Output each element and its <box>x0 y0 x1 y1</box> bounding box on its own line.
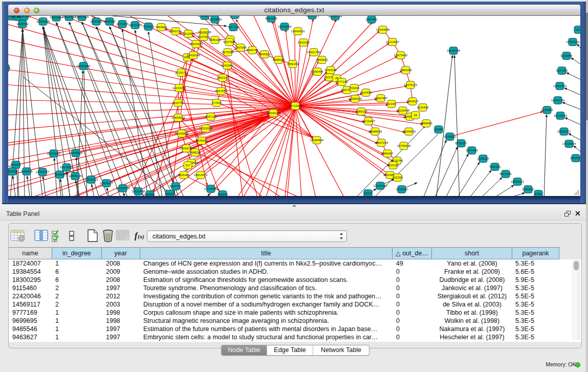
svg-text:25300213: 25300213 <box>267 112 280 115</box>
svg-text:8878332: 8878332 <box>195 139 208 142</box>
svg-text:2803144: 2803144 <box>216 76 229 79</box>
svg-text:79402654: 79402654 <box>50 16 63 19</box>
svg-text:03413164: 03413164 <box>228 16 242 16</box>
svg-text:62160: 62160 <box>387 102 396 105</box>
svg-text:10671355: 10671355 <box>128 24 142 27</box>
svg-text:16961758: 16961758 <box>307 51 321 54</box>
svg-text:1527602: 1527602 <box>90 20 102 23</box>
svg-text:16033809: 16033809 <box>208 18 222 21</box>
svg-text:9245652: 9245652 <box>522 188 534 191</box>
svg-text:1615152: 1615152 <box>387 164 399 167</box>
svg-text:1582203: 1582203 <box>287 62 299 65</box>
svg-text:10688609: 10688609 <box>368 130 382 133</box>
svg-text:19384554: 19384554 <box>310 139 324 142</box>
svg-text:9242843: 9242843 <box>221 64 233 67</box>
svg-text:1145194: 1145194 <box>54 173 67 176</box>
svg-text:9327503: 9327503 <box>198 35 210 38</box>
svg-text:8471676: 8471676 <box>499 172 512 176</box>
svg-text:12353594: 12353594 <box>199 127 213 130</box>
svg-text:59407816: 59407816 <box>75 16 89 18</box>
svg-text:16914479: 16914479 <box>194 173 208 177</box>
svg-text:17957223: 17957223 <box>84 178 98 181</box>
svg-text:6794028: 6794028 <box>324 69 337 72</box>
svg-text:327: 327 <box>185 164 191 167</box>
svg-text:19218506: 19218506 <box>278 25 292 28</box>
svg-text:16409: 16409 <box>434 128 443 131</box>
svg-text:8813054: 8813054 <box>265 17 277 20</box>
svg-text:8912954: 8912954 <box>182 32 194 35</box>
svg-text:10025438: 10025438 <box>396 109 410 112</box>
svg-text:9777169: 9777169 <box>336 80 348 83</box>
svg-text:(x): (x) <box>138 233 144 240</box>
svg-text:92832764: 92832764 <box>329 16 342 18</box>
svg-text:7485063: 7485063 <box>400 69 412 72</box>
svg-text:1156829: 1156829 <box>21 170 33 173</box>
svg-text:3215953: 3215953 <box>541 108 553 112</box>
svg-text:3675685: 3675685 <box>222 51 234 54</box>
svg-text:717006: 717006 <box>211 101 222 104</box>
svg-text:2367608: 2367608 <box>234 46 247 49</box>
svg-text:20691406: 20691406 <box>36 20 50 23</box>
svg-text:16648784: 16648784 <box>447 49 461 52</box>
svg-text:20364436: 20364436 <box>349 97 362 100</box>
svg-text:5938923: 5938923 <box>444 135 456 138</box>
svg-text:9899695: 9899695 <box>420 122 432 125</box>
svg-text:89083863: 89083863 <box>17 16 31 18</box>
svg-text:93975867: 93975867 <box>60 166 74 169</box>
svg-text:16154808: 16154808 <box>376 28 390 31</box>
svg-text:1733426: 1733426 <box>396 188 408 191</box>
svg-text:12213363: 12213363 <box>172 86 186 90</box>
svg-text:17359926: 17359926 <box>69 151 83 155</box>
svg-text:564139: 564139 <box>217 193 228 196</box>
svg-text:3115405: 3115405 <box>417 106 429 109</box>
svg-text:10807487: 10807487 <box>374 97 388 100</box>
svg-text:39159: 39159 <box>8 170 17 173</box>
svg-text:15751024: 15751024 <box>566 40 580 43</box>
svg-text:12942737: 12942737 <box>36 170 50 173</box>
svg-text:1405572: 1405572 <box>16 23 29 26</box>
svg-text:10958107: 10958107 <box>100 182 114 185</box>
svg-text:1610755: 1610755 <box>172 101 184 104</box>
svg-text:9084067: 9084067 <box>381 152 394 155</box>
svg-text:15136141: 15136141 <box>374 184 387 187</box>
svg-text:1071915: 1071915 <box>116 23 128 26</box>
svg-text:11923448: 11923448 <box>132 190 145 193</box>
svg-text:7357224: 7357224 <box>227 26 239 29</box>
svg-text:8454749: 8454749 <box>246 49 258 52</box>
svg-text:10973493: 10973493 <box>394 54 408 57</box>
svg-text:19654923: 19654923 <box>171 116 185 119</box>
svg-text:9660124: 9660124 <box>169 30 182 33</box>
svg-text:7625402: 7625402 <box>178 173 190 177</box>
svg-text:8796: 8796 <box>535 192 542 195</box>
svg-text:9227342: 9227342 <box>556 69 568 72</box>
svg-text:9657791: 9657791 <box>169 185 182 188</box>
svg-text:19166829: 19166829 <box>175 132 189 135</box>
svg-text:6879197: 6879197 <box>455 142 467 145</box>
svg-text:1117: 1117 <box>575 28 580 31</box>
svg-text:22420046: 22420046 <box>187 54 201 57</box>
svg-text:20206526: 20206526 <box>47 152 61 155</box>
svg-text:9329966: 9329966 <box>560 54 573 57</box>
svg-text:9327508: 9327508 <box>223 40 235 43</box>
svg-text:7663822: 7663822 <box>155 26 167 29</box>
svg-text:18807249: 18807249 <box>375 141 388 144</box>
svg-text:16543362: 16543362 <box>189 42 203 46</box>
svg-text:7932621: 7932621 <box>489 165 501 168</box>
svg-text:1167534: 1167534 <box>570 157 580 160</box>
svg-text:75255341: 75255341 <box>306 16 319 17</box>
svg-text:7515526: 7515526 <box>142 25 155 28</box>
svg-text:3498222: 3498222 <box>189 151 201 154</box>
svg-text:13640910: 13640910 <box>291 30 305 33</box>
svg-text:20053346: 20053346 <box>77 64 91 68</box>
svg-text:23511615: 23511615 <box>62 16 76 18</box>
svg-text:17016504: 17016504 <box>562 142 576 145</box>
svg-text:12975115: 12975115 <box>404 83 418 86</box>
svg-text:7386322: 7386322 <box>355 110 367 113</box>
svg-text:12093872: 12093872 <box>553 84 567 87</box>
svg-text:15720407: 15720407 <box>362 120 376 123</box>
svg-text:12444154: 12444154 <box>551 99 565 102</box>
svg-text:1362615: 1362615 <box>297 41 310 44</box>
svg-text:2935114: 2935114 <box>477 157 490 160</box>
svg-text:6466160: 6466160 <box>103 20 116 23</box>
svg-text:9463627: 9463627 <box>406 100 419 103</box>
